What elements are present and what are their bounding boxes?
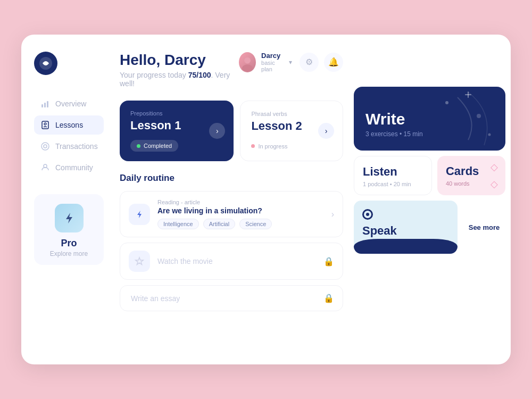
completed-dot xyxy=(137,144,140,148)
svg-point-5 xyxy=(44,123,46,125)
lesson1-category: Prepositions xyxy=(130,110,223,117)
diamond-top-icon: ◇ xyxy=(491,161,498,173)
sidebar-item-community[interactable]: Community xyxy=(34,158,104,177)
community-icon xyxy=(40,163,50,172)
cards-card-name: Cards xyxy=(446,164,497,178)
lesson1-arrow-button[interactable]: › xyxy=(209,123,225,139)
lock-icon-essay: 🔒 xyxy=(323,293,334,303)
speak-card-dot xyxy=(362,209,373,220)
pro-card[interactable]: Pro Explore more xyxy=(34,194,104,265)
pro-title: Pro xyxy=(61,238,77,249)
write-card[interactable]: Write 3 exercises • 15 min xyxy=(354,87,505,151)
svg-point-9 xyxy=(244,57,251,63)
user-plan: basic plan xyxy=(261,60,284,72)
listen-card[interactable]: Listen 1 podcast • 20 min xyxy=(354,156,432,195)
routine-article-title: Are we living in a simulation? xyxy=(157,206,324,215)
routine-icon-bolt xyxy=(129,204,150,225)
routine-article-arrow: › xyxy=(331,210,334,219)
routine-movie-title: Watch the movie xyxy=(157,257,316,265)
svg-rect-2 xyxy=(44,103,46,107)
svg-point-7 xyxy=(44,145,47,148)
tag-science: Science xyxy=(239,219,272,229)
user-text: Darcy basic plan xyxy=(261,52,284,72)
sidebar-item-transactions-label: Transactions xyxy=(55,142,98,151)
speak-card-inner-dot xyxy=(366,213,369,216)
lesson2-status: In progress xyxy=(251,143,287,149)
cards-card[interactable]: ◇ Cards 40 words ◇ xyxy=(437,156,505,195)
svg-rect-1 xyxy=(41,104,43,107)
routine-article-type: Reading - article xyxy=(157,199,324,205)
routine-item-essay[interactable]: Write an essay 🔒 xyxy=(120,285,343,311)
speak-card-name: Speak xyxy=(362,224,449,238)
tag-artificial: Artificial xyxy=(203,219,236,229)
routine-cards: Reading - article Are we living in a sim… xyxy=(120,191,343,311)
small-cards-row: Listen 1 podcast • 20 min ◇ Cards 40 wor… xyxy=(354,156,505,195)
lesson1-status: Completed xyxy=(130,140,178,152)
main-content: Hello, Darcy Your progress today 75/100.… xyxy=(114,52,354,347)
routine-item-movie[interactable]: Watch the movie 🔒 xyxy=(120,243,343,280)
greeting-title: Hello, Darcy xyxy=(120,52,239,69)
avatar xyxy=(239,52,256,72)
right-panel-inner: Write 3 exercises • 15 min Listen 1 podc… xyxy=(354,87,505,254)
main-header: Hello, Darcy Your progress today 75/100.… xyxy=(120,52,343,88)
write-card-meta: 3 exercises • 15 min xyxy=(365,130,494,138)
write-card-name: Write xyxy=(365,110,494,128)
user-name: Darcy xyxy=(261,52,284,60)
lessons-icon xyxy=(40,120,50,130)
lessons-row: Prepositions Lesson 1 Completed › Phrasa… xyxy=(120,101,343,161)
listen-card-name: Listen xyxy=(363,165,423,179)
sidebar-item-lessons[interactable]: Lessons xyxy=(34,115,104,135)
lesson-card-2[interactable]: Phrasal verbs Lesson 2 In progress › xyxy=(240,101,343,161)
tag-intelligence: Intelligence xyxy=(157,219,199,229)
routine-essay-content: Write an essay xyxy=(129,294,316,303)
bottom-row: Speak 2 conversations See more xyxy=(354,201,505,254)
chevron-down-icon: ▾ xyxy=(289,59,292,66)
lesson2-arrow-button[interactable]: › xyxy=(318,123,334,139)
app-container: Overview Lessons xyxy=(21,35,511,364)
svg-rect-3 xyxy=(47,101,48,107)
header-icons: ⚙ 🔔 xyxy=(300,53,343,72)
routine-article-tags: Intelligence Artificial Science xyxy=(157,219,324,229)
transactions-icon xyxy=(40,142,50,151)
lock-icon-movie: 🔒 xyxy=(323,256,334,267)
bar-chart-icon xyxy=(40,99,50,109)
notifications-button[interactable]: 🔔 xyxy=(324,53,343,72)
greeting-section: Hello, Darcy Your progress today 75/100.… xyxy=(120,52,239,88)
routine-movie-content: Watch the movie xyxy=(157,257,316,265)
speak-card[interactable]: Speak 2 conversations xyxy=(354,201,458,254)
sidebar-item-transactions[interactable]: Transactions xyxy=(34,137,104,156)
lesson-card-1[interactable]: Prepositions Lesson 1 Completed › xyxy=(120,101,234,161)
pro-bolt-icon xyxy=(55,204,84,232)
svg-point-11 xyxy=(445,101,448,104)
svg-point-10 xyxy=(242,64,253,72)
user-info[interactable]: Darcy basic plan ▾ xyxy=(239,52,292,72)
svg-point-6 xyxy=(41,143,49,150)
app-logo[interactable] xyxy=(34,52,57,75)
pro-subtitle: Explore more xyxy=(50,250,88,257)
user-section: Darcy basic plan ▾ ⚙ 🔔 xyxy=(239,52,343,72)
lesson2-category: Phrasal verbs xyxy=(251,111,332,117)
in-progress-dot xyxy=(251,144,255,148)
svg-point-8 xyxy=(44,164,47,168)
sidebar-nav: Overview Lessons xyxy=(34,94,104,177)
routine-essay-title: Write an essay xyxy=(129,294,316,303)
routine-article-content: Reading - article Are we living in a sim… xyxy=(157,199,324,229)
cards-card-meta: 40 words xyxy=(446,180,497,187)
sidebar-item-overview-label: Overview xyxy=(55,99,86,108)
right-panel: Write 3 exercises • 15 min Listen 1 podc… xyxy=(354,52,511,347)
greeting-subtitle: Your progress today 75/100. Very well! xyxy=(120,71,239,88)
routine-item-article[interactable]: Reading - article Are we living in a sim… xyxy=(120,191,343,237)
sidebar: Overview Lessons xyxy=(21,52,114,347)
daily-routine-title: Daily routine xyxy=(120,173,343,184)
settings-button[interactable]: ⚙ xyxy=(300,53,319,72)
see-more-button[interactable]: See more xyxy=(463,201,505,254)
listen-card-meta: 1 podcast • 20 min xyxy=(363,181,423,187)
routine-icon-star xyxy=(129,251,150,272)
sidebar-item-lessons-label: Lessons xyxy=(55,121,83,129)
sidebar-item-overview[interactable]: Overview xyxy=(34,94,104,113)
sidebar-item-community-label: Community xyxy=(55,163,93,172)
diamond-bottom-icon: ◇ xyxy=(491,178,498,190)
speak-card-wave xyxy=(354,239,458,254)
